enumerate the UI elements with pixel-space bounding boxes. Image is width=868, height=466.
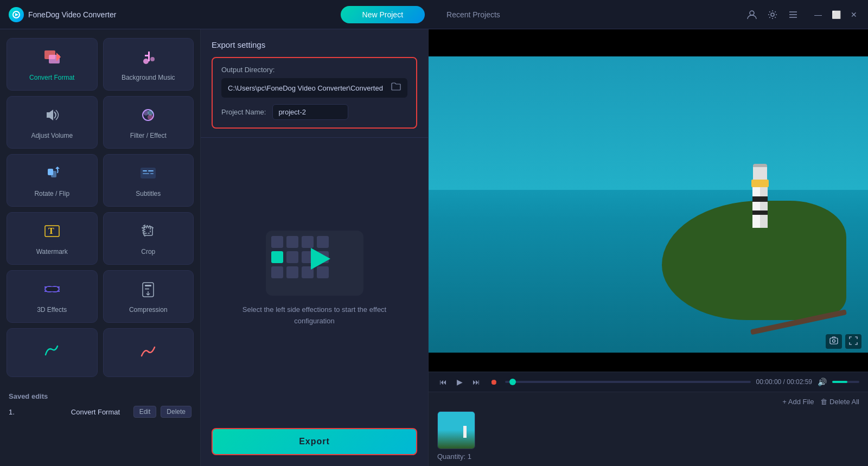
svg-rect-41 bbox=[145, 288, 149, 290]
project-name-row: Project Name: bbox=[221, 104, 407, 120]
svg-point-11 bbox=[150, 57, 155, 61]
delete-all-button[interactable]: 🗑 Delete All bbox=[820, 398, 859, 406]
effect-hint-line2: configuration bbox=[294, 317, 334, 325]
svg-rect-40 bbox=[145, 285, 151, 286]
menu-icon[interactable] bbox=[787, 9, 799, 21]
thumbnail-lighthouse bbox=[463, 426, 467, 438]
effect-hint-line1: Select the left side effections to start… bbox=[242, 305, 386, 314]
project-name-label: Project Name: bbox=[221, 108, 266, 116]
fullscreen-button[interactable] bbox=[845, 334, 861, 349]
sidebar-item-rotate-flip[interactable]: Rotate / Flip bbox=[7, 154, 98, 207]
tab-new-project[interactable]: New Project bbox=[341, 6, 425, 23]
rotate-flip-label: Rotate / Flip bbox=[34, 190, 69, 197]
time-display: 00:00:00 / 00:02:59 bbox=[756, 378, 812, 386]
adjust-volume-icon bbox=[42, 105, 62, 127]
maximize-button[interactable]: ⬜ bbox=[829, 9, 843, 20]
app-logo: FoneDog Video Converter bbox=[9, 7, 116, 22]
account-icon[interactable] bbox=[746, 9, 758, 21]
svg-rect-45 bbox=[830, 338, 838, 344]
project-name-input[interactable] bbox=[272, 104, 348, 120]
svg-point-17 bbox=[148, 110, 153, 116]
sidebar-item-more1[interactable] bbox=[7, 328, 98, 377]
convert-format-label: Convert Format bbox=[29, 74, 74, 81]
rotate-flip-icon bbox=[42, 163, 62, 186]
sidebar-item-more2[interactable] bbox=[103, 328, 194, 377]
sidebar-grid: Convert Format Background Music Adjust V… bbox=[7, 38, 194, 377]
player-controls: ⏮ ▶ ⏭ ⏺ 00:00:00 / 00:02:59 🔊 bbox=[429, 372, 868, 392]
file-list-header: + Add File 🗑 Delete All bbox=[437, 398, 859, 406]
svg-marker-20 bbox=[55, 167, 60, 169]
sidebar-item-filter-effect[interactable]: Filter / Effect bbox=[103, 96, 194, 149]
thumbnail-scene bbox=[438, 412, 475, 449]
file-list-area: + Add File 🗑 Delete All Quantity: 1 bbox=[429, 392, 868, 466]
sidebar-item-3d-effects[interactable]: 3D Effects bbox=[7, 270, 98, 323]
skip-forward-button[interactable]: ⏭ bbox=[470, 376, 482, 387]
file-thumbnail[interactable] bbox=[437, 411, 475, 449]
volume-bar[interactable] bbox=[832, 381, 859, 383]
export-button[interactable]: Export bbox=[212, 428, 417, 455]
background-music-label: Background Music bbox=[122, 74, 175, 81]
svg-point-3 bbox=[771, 13, 774, 16]
titlebar: FoneDog Video Converter New Project Rece… bbox=[0, 0, 868, 29]
compression-icon bbox=[138, 279, 158, 302]
saved-edits-title: Saved edits bbox=[9, 392, 192, 400]
sidebar-item-background-music[interactable]: Background Music bbox=[103, 38, 194, 91]
record-button[interactable]: ⏺ bbox=[488, 376, 500, 387]
titlebar-actions: — ⬜ ✕ bbox=[746, 9, 859, 21]
svg-rect-19 bbox=[51, 171, 56, 177]
svg-point-10 bbox=[143, 59, 149, 64]
export-btn-area: Export bbox=[201, 419, 428, 466]
folder-icon[interactable] bbox=[391, 82, 401, 93]
progress-bar[interactable] bbox=[505, 381, 751, 383]
screenshot-button[interactable] bbox=[826, 334, 842, 349]
right-panel: ⏮ ▶ ⏭ ⏺ 00:00:00 / 00:02:59 🔊 + Add File… bbox=[429, 29, 868, 466]
svg-rect-23 bbox=[148, 170, 154, 171]
svg-point-2 bbox=[750, 11, 754, 15]
filter-effect-label: Filter / Effect bbox=[130, 132, 167, 139]
skip-back-button[interactable]: ⏮ bbox=[437, 376, 449, 387]
background-music-icon bbox=[138, 47, 158, 69]
convert-format-icon bbox=[42, 47, 62, 69]
add-file-button[interactable]: + Add File bbox=[782, 398, 814, 406]
export-settings-title: Export settings bbox=[212, 40, 417, 49]
output-path: C:\Users\pc\FoneDog Video Converter\Conv… bbox=[228, 84, 387, 92]
svg-rect-13 bbox=[145, 55, 150, 56]
svg-marker-1 bbox=[15, 13, 18, 16]
file-list-row: Quantity: 1 bbox=[437, 411, 859, 461]
effect-hint: Select the left side effections to start… bbox=[242, 304, 386, 327]
sidebar-item-crop[interactable]: Crop bbox=[103, 212, 194, 265]
window-controls: — ⬜ ✕ bbox=[812, 9, 859, 20]
svg-rect-22 bbox=[143, 170, 147, 171]
sidebar-item-convert-format[interactable]: Convert Format bbox=[7, 38, 98, 91]
delete-button[interactable]: Delete bbox=[161, 406, 192, 418]
quantity-label: Quantity: 1 bbox=[437, 452, 471, 461]
subtitles-icon bbox=[138, 163, 158, 186]
saved-edit-index: 1. bbox=[9, 408, 67, 416]
tab-recent-projects[interactable]: Recent Projects bbox=[425, 6, 522, 23]
sidebar-item-compression[interactable]: Compression bbox=[103, 270, 194, 323]
sidebar-item-adjust-volume[interactable]: Adjust Volume bbox=[7, 96, 98, 149]
tab-bar: New Project Recent Projects bbox=[116, 6, 746, 23]
effect-area: Select the left side effections to start… bbox=[201, 138, 428, 419]
video-preview-container bbox=[429, 29, 868, 372]
volume-icon: 🔊 bbox=[818, 378, 827, 386]
sidebar-item-watermark[interactable]: T Watermark bbox=[7, 212, 98, 265]
adjust-volume-label: Adjust Volume bbox=[31, 132, 73, 139]
saved-edits-section: Saved edits 1. Convert Format Edit Delet… bbox=[7, 386, 194, 418]
saved-edit-item: 1. Convert Format Edit Delete bbox=[9, 406, 192, 418]
sidebar: Convert Format Background Music Adjust V… bbox=[0, 29, 201, 466]
play-button[interactable]: ▶ bbox=[455, 376, 465, 387]
svg-rect-25 bbox=[150, 173, 154, 174]
settings-icon[interactable] bbox=[767, 9, 778, 21]
progress-dot bbox=[509, 379, 516, 385]
edit-button[interactable]: Edit bbox=[133, 406, 157, 418]
svg-text:T: T bbox=[48, 226, 54, 235]
sidebar-item-subtitles[interactable]: Subtitles bbox=[103, 154, 194, 207]
minimize-button[interactable]: — bbox=[812, 9, 824, 20]
close-button[interactable]: ✕ bbox=[848, 9, 859, 20]
more1-icon bbox=[42, 342, 62, 364]
filter-effect-icon bbox=[138, 105, 158, 127]
effect-icon-area bbox=[266, 231, 363, 296]
more2-icon bbox=[138, 342, 158, 364]
compression-label: Compression bbox=[129, 306, 168, 314]
